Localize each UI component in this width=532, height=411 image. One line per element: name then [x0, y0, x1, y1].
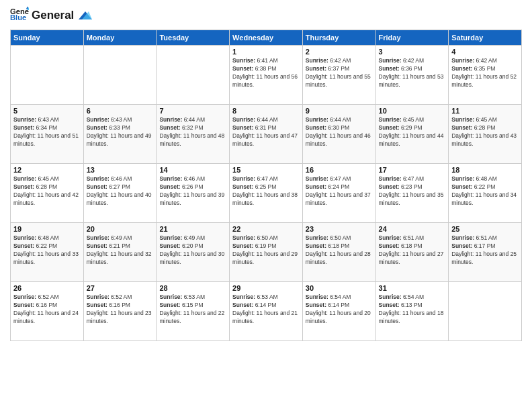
day-detail: Sunrise: 6:42 AMSunset: 6:35 PMDaylight:… — [451, 57, 519, 89]
calendar-cell — [83, 46, 157, 105]
calendar-cell: 13Sunrise: 6:46 AMSunset: 6:27 PMDayligh… — [83, 164, 157, 223]
day-number: 9 — [306, 107, 373, 115]
day-number: 11 — [451, 107, 519, 115]
calendar-cell: 28Sunrise: 6:53 AMSunset: 6:15 PMDayligh… — [157, 282, 230, 341]
calendar-cell: 11Sunrise: 6:45 AMSunset: 6:28 PMDayligh… — [449, 105, 522, 164]
day-number: 30 — [306, 284, 373, 292]
calendar-cell — [449, 282, 522, 341]
col-saturday: Saturday — [449, 30, 522, 46]
col-tuesday: Tuesday — [157, 30, 230, 46]
day-detail: Sunrise: 6:50 AMSunset: 6:19 PMDaylight:… — [232, 234, 300, 267]
calendar-cell: 27Sunrise: 6:52 AMSunset: 6:16 PMDayligh… — [83, 282, 157, 341]
day-detail: Sunrise: 6:50 AMSunset: 6:18 PMDaylight:… — [306, 234, 373, 267]
day-detail: Sunrise: 6:52 AMSunset: 6:16 PMDaylight:… — [13, 293, 81, 326]
day-detail: Sunrise: 6:54 AMSunset: 6:13 PMDaylight:… — [379, 293, 446, 326]
day-detail: Sunrise: 6:51 AMSunset: 6:18 PMDaylight:… — [379, 234, 446, 267]
day-number: 19 — [13, 225, 81, 233]
calendar-cell: 31Sunrise: 6:54 AMSunset: 6:13 PMDayligh… — [375, 282, 449, 341]
logo-text-general: General — [32, 9, 92, 22]
day-number: 21 — [159, 225, 226, 233]
day-detail: Sunrise: 6:46 AMSunset: 6:26 PMDaylight:… — [159, 175, 226, 208]
day-detail: Sunrise: 6:47 AMSunset: 6:24 PMDaylight:… — [306, 175, 373, 208]
calendar-cell: 14Sunrise: 6:46 AMSunset: 6:26 PMDayligh… — [157, 164, 230, 223]
day-number: 13 — [87, 166, 154, 174]
col-thursday: Thursday — [302, 30, 375, 46]
day-number: 5 — [13, 107, 81, 115]
day-detail: Sunrise: 6:51 AMSunset: 6:17 PMDaylight:… — [451, 234, 519, 267]
day-detail: Sunrise: 6:43 AMSunset: 6:33 PMDaylight:… — [87, 116, 154, 148]
calendar-cell — [157, 46, 230, 105]
day-number: 2 — [306, 48, 373, 56]
day-detail: Sunrise: 6:52 AMSunset: 6:16 PMDaylight:… — [87, 293, 154, 326]
day-number: 25 — [451, 225, 519, 233]
col-wednesday: Wednesday — [230, 30, 303, 46]
day-detail: Sunrise: 6:49 AMSunset: 6:20 PMDaylight:… — [159, 234, 226, 267]
day-number: 31 — [379, 284, 446, 292]
day-number: 20 — [87, 225, 154, 233]
day-detail: Sunrise: 6:45 AMSunset: 6:29 PMDaylight:… — [379, 116, 446, 148]
calendar-cell: 20Sunrise: 6:49 AMSunset: 6:21 PMDayligh… — [83, 223, 157, 282]
day-detail: Sunrise: 6:45 AMSunset: 6:28 PMDaylight:… — [451, 116, 519, 148]
day-number: 7 — [159, 107, 226, 115]
day-number: 6 — [87, 107, 154, 115]
calendar-cell: 10Sunrise: 6:45 AMSunset: 6:29 PMDayligh… — [375, 105, 449, 164]
day-number: 27 — [87, 284, 154, 292]
logo-icon: General Blue — [10, 5, 29, 24]
page: General Blue General Su — [0, 0, 532, 411]
day-number: 18 — [451, 166, 519, 174]
day-number: 24 — [379, 225, 446, 233]
day-detail: Sunrise: 6:54 AMSunset: 6:14 PMDaylight:… — [306, 293, 373, 326]
calendar-cell: 23Sunrise: 6:50 AMSunset: 6:18 PMDayligh… — [302, 223, 375, 282]
day-detail: Sunrise: 6:41 AMSunset: 6:38 PMDaylight:… — [232, 57, 300, 89]
calendar-week-3: 12Sunrise: 6:45 AMSunset: 6:28 PMDayligh… — [11, 164, 522, 223]
calendar-cell: 25Sunrise: 6:51 AMSunset: 6:17 PMDayligh… — [449, 223, 522, 282]
calendar-cell: 29Sunrise: 6:53 AMSunset: 6:14 PMDayligh… — [230, 282, 303, 341]
day-detail: Sunrise: 6:53 AMSunset: 6:14 PMDaylight:… — [232, 293, 300, 326]
day-number: 3 — [379, 48, 446, 56]
day-detail: Sunrise: 6:42 AMSunset: 6:37 PMDaylight:… — [306, 57, 373, 89]
calendar-cell: 2Sunrise: 6:42 AMSunset: 6:37 PMDaylight… — [302, 46, 375, 105]
day-number: 15 — [232, 166, 300, 174]
calendar-cell: 12Sunrise: 6:45 AMSunset: 6:28 PMDayligh… — [11, 164, 84, 223]
calendar-cell: 24Sunrise: 6:51 AMSunset: 6:18 PMDayligh… — [375, 223, 449, 282]
calendar-header-row: Sunday Monday Tuesday Wednesday Thursday… — [11, 30, 522, 46]
day-detail: Sunrise: 6:46 AMSunset: 6:27 PMDaylight:… — [87, 175, 154, 208]
calendar-cell: 19Sunrise: 6:48 AMSunset: 6:22 PMDayligh… — [11, 223, 84, 282]
calendar-week-1: 1Sunrise: 6:41 AMSunset: 6:38 PMDaylight… — [11, 46, 522, 105]
calendar-week-5: 26Sunrise: 6:52 AMSunset: 6:16 PMDayligh… — [11, 282, 522, 341]
day-number: 29 — [232, 284, 300, 292]
calendar-cell: 22Sunrise: 6:50 AMSunset: 6:19 PMDayligh… — [230, 223, 303, 282]
calendar-cell: 8Sunrise: 6:44 AMSunset: 6:31 PMDaylight… — [230, 105, 303, 164]
calendar-week-4: 19Sunrise: 6:48 AMSunset: 6:22 PMDayligh… — [11, 223, 522, 282]
day-detail: Sunrise: 6:44 AMSunset: 6:30 PMDaylight:… — [306, 116, 373, 148]
day-detail: Sunrise: 6:43 AMSunset: 6:34 PMDaylight:… — [13, 116, 81, 148]
day-detail: Sunrise: 6:47 AMSunset: 6:25 PMDaylight:… — [232, 175, 300, 208]
day-number: 26 — [13, 284, 81, 292]
day-number: 28 — [159, 284, 226, 292]
day-number: 1 — [232, 48, 300, 56]
day-number: 22 — [232, 225, 300, 233]
day-detail: Sunrise: 6:48 AMSunset: 6:22 PMDaylight:… — [451, 175, 519, 208]
day-detail: Sunrise: 6:49 AMSunset: 6:21 PMDaylight:… — [87, 234, 154, 267]
day-detail: Sunrise: 6:42 AMSunset: 6:36 PMDaylight:… — [379, 57, 446, 89]
logo: General Blue General — [10, 7, 92, 24]
day-detail: Sunrise: 6:47 AMSunset: 6:23 PMDaylight:… — [379, 175, 446, 208]
day-number: 12 — [13, 166, 81, 174]
day-detail: Sunrise: 6:45 AMSunset: 6:28 PMDaylight:… — [13, 175, 81, 208]
calendar-cell: 7Sunrise: 6:44 AMSunset: 6:32 PMDaylight… — [157, 105, 230, 164]
calendar-cell: 26Sunrise: 6:52 AMSunset: 6:16 PMDayligh… — [11, 282, 84, 341]
day-number: 10 — [379, 107, 446, 115]
calendar-cell — [11, 46, 84, 105]
calendar-cell: 17Sunrise: 6:47 AMSunset: 6:23 PMDayligh… — [375, 164, 449, 223]
calendar-table: Sunday Monday Tuesday Wednesday Thursday… — [10, 30, 522, 341]
day-number: 16 — [306, 166, 373, 174]
col-sunday: Sunday — [11, 30, 84, 46]
calendar-cell: 1Sunrise: 6:41 AMSunset: 6:38 PMDaylight… — [230, 46, 303, 105]
svg-text:Blue: Blue — [10, 13, 26, 21]
day-number: 23 — [306, 225, 373, 233]
header: General Blue General — [10, 7, 522, 24]
day-detail: Sunrise: 6:44 AMSunset: 6:32 PMDaylight:… — [159, 116, 226, 148]
calendar-cell: 6Sunrise: 6:43 AMSunset: 6:33 PMDaylight… — [83, 105, 157, 164]
calendar-week-2: 5Sunrise: 6:43 AMSunset: 6:34 PMDaylight… — [11, 105, 522, 164]
calendar-cell: 3Sunrise: 6:42 AMSunset: 6:36 PMDaylight… — [375, 46, 449, 105]
